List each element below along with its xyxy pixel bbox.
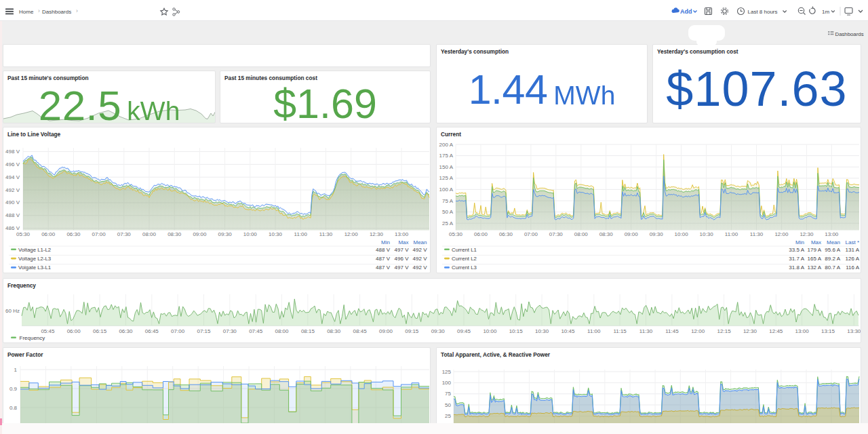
svg-text:Volgate L3-L1: Volgate L3-L1 bbox=[18, 264, 51, 271]
svg-text:Max: Max bbox=[398, 239, 408, 245]
svg-text:33.5 A: 33.5 A bbox=[789, 247, 804, 253]
svg-text:492 V: 492 V bbox=[413, 247, 428, 253]
svg-text:Min: Min bbox=[795, 239, 804, 245]
svg-text:Current L3: Current L3 bbox=[452, 264, 477, 271]
svg-text:10:00: 10:00 bbox=[483, 328, 497, 334]
svg-text:06:45: 06:45 bbox=[145, 328, 159, 334]
svg-text:13:00: 13:00 bbox=[795, 328, 810, 334]
svg-text:06:00: 06:00 bbox=[67, 328, 81, 334]
svg-text:08:30: 08:30 bbox=[327, 328, 341, 334]
svg-text:487 V: 487 V bbox=[376, 256, 391, 262]
svg-text:11:00: 11:00 bbox=[587, 328, 601, 334]
svg-text:Last 8 hours: Last 8 hours bbox=[748, 9, 778, 15]
svg-text:497 V: 497 V bbox=[395, 264, 410, 271]
svg-text:31.8 A: 31.8 A bbox=[789, 264, 804, 271]
svg-text:08:15: 08:15 bbox=[301, 328, 315, 334]
svg-text:Mean: Mean bbox=[827, 239, 840, 245]
svg-text:31.7 A: 31.7 A bbox=[789, 256, 804, 262]
svg-text:125: 125 bbox=[442, 369, 452, 375]
svg-text:Current L1: Current L1 bbox=[452, 247, 477, 253]
svg-text:11:15: 11:15 bbox=[613, 328, 627, 334]
svg-text:Last *: Last * bbox=[846, 239, 859, 245]
svg-text:497 V: 497 V bbox=[395, 247, 410, 253]
svg-text:07:00: 07:00 bbox=[171, 328, 185, 334]
svg-text:95.6 A: 95.6 A bbox=[825, 247, 840, 253]
svg-text:05:45: 05:45 bbox=[41, 328, 55, 334]
svg-text:11:45: 11:45 bbox=[665, 328, 679, 334]
svg-text:Dashboards: Dashboards bbox=[42, 9, 71, 15]
svg-text:11:30: 11:30 bbox=[639, 328, 653, 334]
svg-text:09:45: 09:45 bbox=[457, 328, 471, 334]
svg-text:Home: Home bbox=[19, 9, 34, 15]
svg-text:Voltage L1-L2: Voltage L1-L2 bbox=[18, 247, 51, 253]
svg-text:Max: Max bbox=[811, 239, 821, 245]
svg-text:1m: 1m bbox=[822, 9, 829, 15]
svg-text:07:15: 07:15 bbox=[197, 328, 211, 334]
svg-text:10:15: 10:15 bbox=[509, 328, 524, 334]
svg-text:13:30: 13:30 bbox=[847, 328, 861, 334]
svg-text:13:15: 13:15 bbox=[821, 328, 835, 334]
svg-text:60 Hz: 60 Hz bbox=[5, 308, 20, 314]
svg-text:07:45: 07:45 bbox=[249, 328, 263, 334]
svg-text:165 A: 165 A bbox=[808, 256, 822, 262]
svg-text:80.7 A: 80.7 A bbox=[825, 264, 840, 271]
svg-text:12:45: 12:45 bbox=[769, 328, 783, 334]
svg-text:179 A: 179 A bbox=[808, 247, 822, 253]
svg-text:09:15: 09:15 bbox=[405, 328, 419, 334]
svg-text:08:45: 08:45 bbox=[353, 328, 368, 334]
svg-text:100: 100 bbox=[442, 380, 452, 386]
svg-text:Min: Min bbox=[381, 239, 390, 245]
svg-text:Dashboards: Dashboards bbox=[835, 31, 864, 37]
svg-text:09:00: 09:00 bbox=[379, 328, 393, 334]
svg-text:75: 75 bbox=[445, 391, 451, 397]
svg-text:›: › bbox=[38, 7, 40, 14]
svg-text:›: › bbox=[76, 7, 78, 14]
svg-text:12:30: 12:30 bbox=[743, 328, 757, 334]
svg-text:492 V: 492 V bbox=[413, 264, 428, 271]
svg-text:Current L2: Current L2 bbox=[452, 256, 477, 262]
svg-text:12:15: 12:15 bbox=[717, 328, 732, 334]
svg-text:12:00: 12:00 bbox=[691, 328, 705, 334]
svg-text:Frequency: Frequency bbox=[20, 335, 45, 341]
svg-text:492 V: 492 V bbox=[413, 256, 428, 262]
svg-text:Voltage L2-L3: Voltage L2-L3 bbox=[18, 256, 51, 262]
svg-text:Add: Add bbox=[680, 8, 692, 15]
svg-text:25: 25 bbox=[445, 413, 451, 419]
svg-text:10:45: 10:45 bbox=[561, 328, 575, 334]
svg-text:488 V: 488 V bbox=[376, 247, 391, 253]
svg-text:09:30: 09:30 bbox=[431, 328, 446, 334]
svg-text:487 V: 487 V bbox=[376, 264, 391, 271]
svg-text:89.2 A: 89.2 A bbox=[825, 256, 840, 262]
svg-text:116 A: 116 A bbox=[846, 264, 860, 271]
svg-text:08:00: 08:00 bbox=[275, 328, 289, 334]
svg-text:132 A: 132 A bbox=[808, 264, 822, 271]
svg-text:1: 1 bbox=[14, 367, 18, 373]
svg-text:131 A: 131 A bbox=[846, 247, 860, 253]
svg-text:0.8: 0.8 bbox=[9, 405, 18, 411]
svg-text:496 V: 496 V bbox=[395, 256, 410, 262]
svg-text:10:30: 10:30 bbox=[535, 328, 549, 334]
svg-text:07:30: 07:30 bbox=[223, 328, 237, 334]
svg-text:50: 50 bbox=[445, 402, 451, 408]
svg-text:Mean: Mean bbox=[413, 239, 427, 245]
svg-text:06:30: 06:30 bbox=[119, 328, 133, 334]
svg-text:0.9: 0.9 bbox=[9, 386, 18, 392]
svg-text:06:15: 06:15 bbox=[93, 328, 107, 334]
svg-text:126 A: 126 A bbox=[846, 256, 860, 262]
